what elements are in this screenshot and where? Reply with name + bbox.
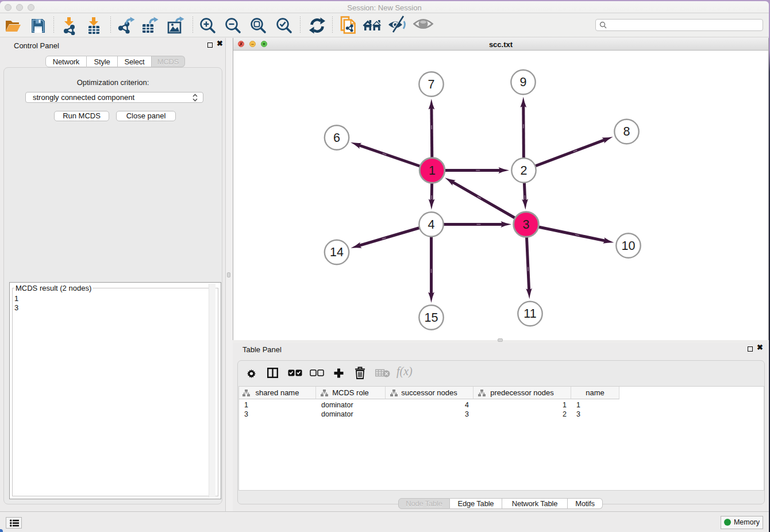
svg-text:2: 2 [521,164,528,178]
svg-text:4: 4 [428,218,435,232]
svg-text:9: 9 [520,75,527,89]
svg-text:8: 8 [623,125,630,138]
svg-text:11: 11 [523,307,536,321]
svg-text:10: 10 [622,239,636,253]
svg-text:6: 6 [333,131,340,145]
svg-text:1: 1 [429,164,436,178]
svg-text:14: 14 [330,245,344,259]
svg-text:3: 3 [523,218,530,232]
svg-text:7: 7 [428,78,435,91]
svg-text:15: 15 [425,311,438,325]
